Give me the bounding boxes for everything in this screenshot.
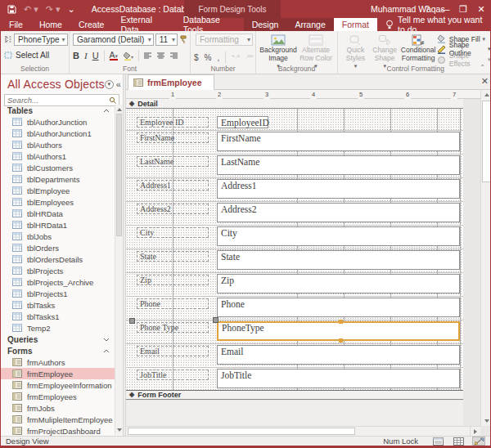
field-textbox[interactable]: Address1 xyxy=(217,179,460,199)
save-icon[interactable] xyxy=(7,5,16,14)
field-label[interactable]: City xyxy=(137,227,209,238)
underline-button[interactable]: U xyxy=(92,51,99,60)
field-textbox[interactable]: City xyxy=(217,226,460,246)
hscrollbar-thumb[interactable] xyxy=(128,428,355,435)
nav-item-table[interactable]: tblOrders xyxy=(1,242,115,253)
font-color-button[interactable]: A▾ xyxy=(110,51,119,61)
qat-customize-icon[interactable]: ⌄ xyxy=(68,5,75,14)
nav-item-table[interactable]: tblAuthors1 xyxy=(1,150,115,162)
collapse-ribbon-icon[interactable]: ⌃ xyxy=(480,64,485,71)
scroll-right-icon[interactable] xyxy=(470,427,480,436)
detail-section-bar[interactable]: ◆ Detail xyxy=(126,99,463,109)
nav-item-table[interactable]: tblHRData xyxy=(1,208,115,219)
ribbon-tab[interactable]: Arrange xyxy=(286,18,333,31)
field-textbox[interactable]: Zip xyxy=(217,274,460,293)
conditional-formatting-button[interactable]: ≠ Conditional Formatting xyxy=(399,34,436,64)
ribbon-tab[interactable]: Design xyxy=(244,18,287,31)
fill-color-icon[interactable]: ▾ xyxy=(123,52,133,60)
font-family-combobox[interactable]: Garamond (Detail)▾ xyxy=(73,34,154,46)
scroll-up-icon[interactable] xyxy=(481,90,491,100)
field-label[interactable]: JobTitle xyxy=(137,370,209,380)
align-center-icon[interactable] xyxy=(157,52,165,60)
nav-group-queries[interactable]: Queries xyxy=(1,334,115,345)
nav-item-table[interactable]: tblJobs xyxy=(1,231,115,242)
field-textbox[interactable]: FirstName xyxy=(217,132,460,151)
nav-item-table[interactable]: tblOrdersDetails xyxy=(1,253,115,265)
field-label[interactable]: FirstName xyxy=(137,132,209,143)
datasheet-view-icon[interactable] xyxy=(452,437,465,446)
nav-item-table[interactable]: tblProjects1 xyxy=(1,288,115,299)
format-painter-icon[interactable] xyxy=(179,35,187,44)
percent-button[interactable]: % xyxy=(205,53,212,62)
nav-scrollbar[interactable] xyxy=(115,105,123,435)
form-footer-section-bar[interactable]: ◆ Form Footer xyxy=(126,390,463,400)
scroll-down-icon[interactable] xyxy=(481,416,491,426)
nav-item-form[interactable]: frmAuthors xyxy=(1,356,115,368)
nav-item-form[interactable]: frmMulipleItemEmployee xyxy=(1,414,115,425)
field-label[interactable]: Phone Type xyxy=(137,322,209,333)
undo-icon[interactable]: ↶ ▾ xyxy=(24,5,38,14)
nav-scrollbar-thumb[interactable] xyxy=(116,114,122,236)
field-textbox[interactable]: State xyxy=(217,250,460,270)
search-icon[interactable] xyxy=(109,96,119,105)
nav-item-form[interactable]: frmEmployees xyxy=(1,391,115,402)
design-grid[interactable]: Employee ID EmployeeID FirstName xyxy=(126,109,463,390)
ribbon-tab[interactable]: Home xyxy=(31,18,70,31)
ribbon-tab[interactable]: Database Tools xyxy=(175,18,244,31)
field-label[interactable]: Email xyxy=(137,346,209,356)
ribbon-tab[interactable]: External Data xyxy=(112,18,174,31)
bold-button[interactable]: B xyxy=(73,51,79,60)
align-right-icon[interactable] xyxy=(170,52,178,60)
vscrollbar-thumb[interactable] xyxy=(482,101,491,182)
close-document-icon[interactable]: ✕ xyxy=(481,76,489,87)
nav-item-table[interactable]: tblAuthorJunction xyxy=(1,116,115,128)
field-textbox[interactable]: EmployeeID xyxy=(217,116,268,128)
nav-item-table[interactable]: Temp2 xyxy=(1,322,115,334)
select-all-button[interactable]: Select All xyxy=(4,51,66,60)
form-footer-area[interactable] xyxy=(126,401,463,426)
field-label[interactable]: Address1 xyxy=(137,180,209,190)
nav-item-table[interactable]: tblProjects xyxy=(1,265,115,276)
form-view-icon[interactable] xyxy=(431,437,444,446)
nav-item-table[interactable]: tblAuthorJunction1 xyxy=(1,128,115,139)
nav-group-forms[interactable]: Forms xyxy=(1,345,115,356)
field-label[interactable]: Phone xyxy=(137,298,209,309)
nav-item-table[interactable]: tblCustomers xyxy=(1,162,115,173)
scroll-up-icon[interactable] xyxy=(117,108,122,111)
field-label[interactable]: Address2 xyxy=(137,204,209,214)
nav-item-table[interactable]: tblTasks1 xyxy=(1,311,115,322)
nav-item-form[interactable]: frmProjectDashboard xyxy=(1,425,115,436)
font-size-combobox[interactable]: 11▾ xyxy=(155,34,178,46)
background-image-button[interactable]: Background Image▾ xyxy=(259,34,297,64)
field-textbox[interactable]: JobTitle xyxy=(217,369,460,388)
ribbon-tab[interactable]: Create xyxy=(70,18,113,31)
field-textbox[interactable]: Email xyxy=(217,345,460,365)
shutter-bar-close-icon[interactable]: « xyxy=(116,79,121,89)
nav-item-form[interactable]: frmEmployeeInformation xyxy=(1,379,115,391)
nav-item-table[interactable]: tblEmployees xyxy=(1,196,115,208)
italic-button[interactable]: I xyxy=(84,51,88,60)
field-textbox[interactable]: LastName xyxy=(217,155,460,175)
nav-item-form[interactable]: frmEmployee xyxy=(1,368,115,379)
comma-button[interactable]: , xyxy=(217,53,219,62)
vertical-scrollbar[interactable] xyxy=(480,90,491,426)
field-textbox[interactable]: PhoneType xyxy=(217,321,460,341)
field-label[interactable]: State xyxy=(137,251,209,262)
ribbon-tab[interactable]: Format xyxy=(334,18,377,31)
align-left-icon[interactable] xyxy=(144,52,152,60)
nav-item-table[interactable]: tblAuthors xyxy=(1,139,115,150)
nav-item-table[interactable]: tblDepartments xyxy=(1,173,115,185)
search-input[interactable] xyxy=(5,96,109,105)
scroll-down-icon[interactable] xyxy=(117,428,122,432)
document-tab-frmEmployee[interactable]: frmEmployee xyxy=(128,74,214,90)
ribbon-tab[interactable]: File xyxy=(1,18,31,31)
field-label[interactable]: LastName xyxy=(137,156,209,167)
nav-group-tables[interactable]: Tables xyxy=(1,105,115,116)
nav-item-form[interactable]: frmJobs xyxy=(1,402,115,414)
redo-icon[interactable]: ↷ ▾ xyxy=(46,5,61,14)
field-textbox[interactable]: Phone xyxy=(217,298,460,317)
field-label[interactable]: Employee ID xyxy=(137,117,209,128)
nav-item-table[interactable]: tblEmployee xyxy=(1,185,115,196)
nav-menu-icon[interactable]: ▾ xyxy=(105,80,114,89)
design-view-icon[interactable] xyxy=(472,437,485,446)
